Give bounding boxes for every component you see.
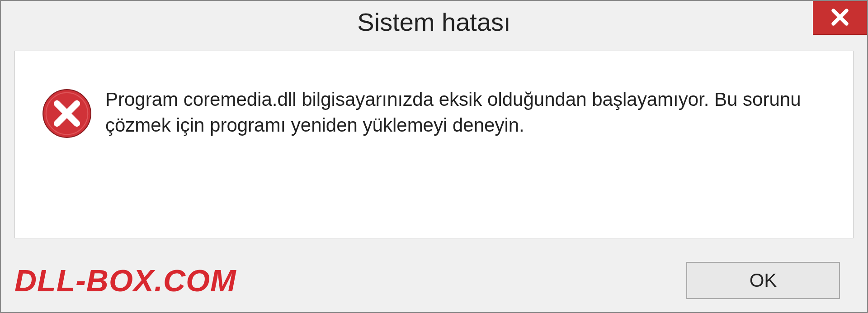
watermark-text: DLL-BOX.COM [14, 263, 236, 298]
dialog-footer: DLL-BOX.COM OK [1, 249, 867, 312]
titlebar: Sistem hatası [1, 1, 867, 43]
ok-button[interactable]: OK [686, 262, 840, 299]
dialog-title: Sistem hatası [357, 7, 510, 37]
error-icon [42, 89, 92, 138]
dialog-message: Program coremedia.dll bilgisayarınızda e… [105, 85, 826, 138]
close-icon [829, 6, 851, 30]
close-button[interactable] [813, 1, 867, 35]
dialog-content: Program coremedia.dll bilgisayarınızda e… [14, 51, 854, 238]
